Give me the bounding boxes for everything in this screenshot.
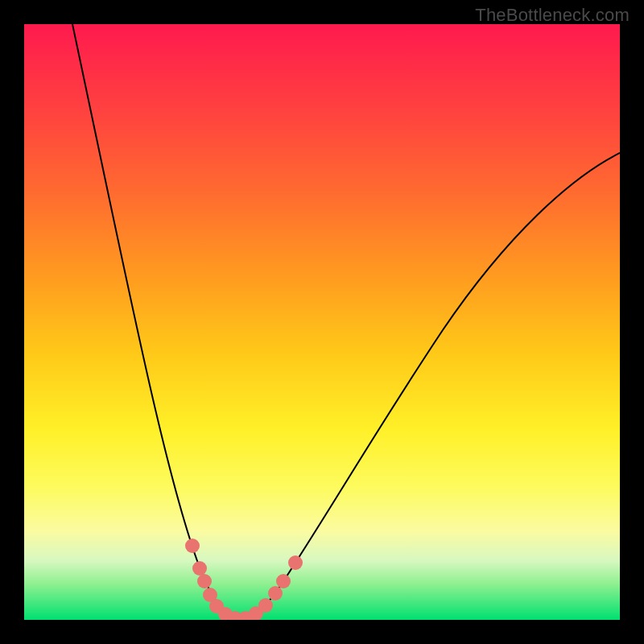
plot-area: [24, 24, 620, 620]
data-marker: [276, 574, 291, 588]
watermark-text: TheBottleneck.com: [475, 5, 630, 26]
data-marker: [288, 555, 303, 570]
data-marker: [197, 574, 212, 588]
data-marker: [192, 561, 207, 576]
data-marker: [185, 539, 200, 553]
marker-layer: [24, 24, 620, 620]
data-marker: [258, 598, 273, 613]
chart-frame: TheBottleneck.com: [0, 0, 644, 644]
data-marker: [268, 586, 283, 601]
markers-group: [185, 539, 303, 620]
